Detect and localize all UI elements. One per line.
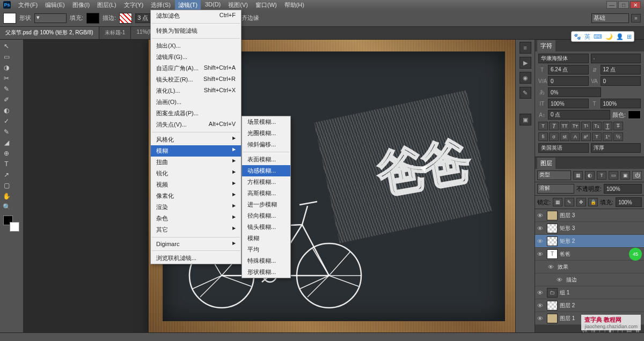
fill-swatch[interactable] — [86, 13, 99, 24]
tab-layers[interactable]: 图层 — [537, 158, 555, 169]
menu-item[interactable]: 像素化 — [151, 190, 241, 202]
lock-all-icon[interactable]: 🔒 — [588, 198, 598, 206]
tool-7[interactable]: ✓ — [1, 116, 12, 127]
menu-item[interactable]: 自适应广角(A)...Shift+Ctrl+A — [151, 63, 241, 74]
menu-1[interactable]: 编辑(E) — [42, 0, 68, 10]
layer-list[interactable]: 👁图层 3👁矩形 3👁矩形 2👁T爸爸fx ▾👁效果👁描边👁🗀组 1👁图层 2👁… — [535, 209, 644, 325]
menu-10[interactable]: 帮助(H) — [281, 0, 308, 10]
visibility-icon[interactable]: 👁 — [537, 238, 545, 244]
layer-row[interactable]: 👁描边 — [535, 273, 644, 286]
menu-item[interactable]: 渲染 — [151, 202, 241, 213]
visibility-icon[interactable]: 👁 — [537, 251, 545, 257]
maximize-button[interactable]: □ — [618, 1, 629, 9]
layer-row[interactable]: 👁T爸爸fx ▾ — [535, 248, 644, 261]
menu-6[interactable]: 滤镜(T) — [175, 0, 201, 10]
menu-item[interactable]: 平均 — [242, 244, 290, 255]
filter-smart-icon[interactable]: ▣ — [620, 171, 630, 180]
kerning-input[interactable] — [548, 76, 589, 86]
tool-13[interactable]: ▢ — [1, 180, 12, 191]
menu-item[interactable]: 径向模糊... — [242, 210, 290, 221]
allcaps-button[interactable]: TT — [560, 122, 569, 130]
menu-item[interactable]: 场景模糊... — [242, 116, 290, 128]
ime-paw-icon[interactable]: 🐾 — [574, 33, 581, 40]
menu-item[interactable]: 锐化 — [151, 168, 241, 179]
opentype-frac-button[interactable]: ½ — [613, 132, 623, 141]
lock-trans-icon[interactable]: ▦ — [553, 198, 562, 206]
layer-row[interactable]: 👁图层 3 — [535, 209, 644, 222]
strike-button[interactable]: T̶ — [613, 122, 623, 130]
visibility-icon[interactable]: 👁 — [548, 264, 555, 270]
menu-item[interactable]: 倾斜偏移... — [242, 139, 290, 150]
language-select[interactable] — [538, 143, 589, 153]
tool-0[interactable]: ↖ — [1, 41, 12, 51]
history-panel-icon[interactable]: ≡ — [519, 42, 531, 54]
brush-panel-icon[interactable]: ✎ — [519, 87, 531, 99]
menu-9[interactable]: 窗口(W) — [252, 0, 280, 10]
fill-input[interactable] — [616, 197, 642, 207]
menu-5[interactable]: 选择(S) — [148, 0, 174, 10]
menu-3[interactable]: 图层(L) — [94, 0, 119, 10]
tool-12[interactable]: ↗ — [1, 169, 12, 180]
visibility-icon[interactable]: 👁 — [557, 277, 564, 283]
filter-pixel-icon[interactable]: ▦ — [573, 171, 583, 180]
ime-lang-label[interactable]: 英 — [584, 33, 590, 41]
doc-tab-1[interactable]: 未标题-1 — [99, 27, 131, 39]
menu-item[interactable]: 方框模糊... — [242, 176, 290, 188]
hscale-input[interactable] — [601, 99, 641, 108]
shape-mode-select[interactable]: ▾ — [34, 13, 67, 23]
menu-item[interactable]: 杂色 — [151, 213, 241, 224]
menu-item[interactable]: 动感模糊... — [242, 165, 290, 176]
menu-item[interactable]: 镜头模糊... — [242, 221, 290, 233]
filter-text-icon[interactable]: T — [597, 171, 606, 180]
properties-panel-icon[interactable]: ◉ — [519, 72, 531, 84]
menu-item[interactable]: 风格化 — [151, 134, 241, 145]
menu-item[interactable]: 表面模糊... — [242, 154, 290, 165]
menu-item[interactable]: 图案生成器(P)... — [151, 108, 241, 119]
visibility-icon[interactable]: 👁 — [537, 225, 545, 232]
actions-panel-icon[interactable]: ▶ — [519, 57, 531, 69]
menu-item[interactable]: 抽出(X)... — [151, 40, 241, 51]
tracking-input[interactable] — [601, 76, 641, 86]
underline-button[interactable]: T — [603, 122, 612, 130]
tool-4[interactable]: ✎ — [1, 84, 12, 94]
smallcaps-button[interactable]: Tᴛ — [570, 122, 580, 130]
filter-shape-icon[interactable]: ▭ — [609, 171, 618, 180]
tool-9[interactable]: ◢ — [1, 137, 12, 148]
bold-button[interactable]: T — [538, 122, 548, 130]
italic-button[interactable]: T — [549, 122, 559, 130]
tool-1[interactable]: ▭ — [1, 51, 12, 62]
layer-row[interactable]: 👁图层 2 — [535, 299, 644, 312]
menu-item[interactable]: 扭曲 — [151, 157, 241, 168]
background-color[interactable] — [10, 222, 19, 232]
ime-user-icon[interactable]: 👤 — [616, 33, 624, 40]
layer-row[interactable]: 👁矩形 2 — [535, 235, 644, 248]
text-color-swatch[interactable] — [628, 110, 641, 119]
tool-preset-swatch[interactable] — [3, 13, 16, 24]
stroke-swatch[interactable] — [119, 13, 132, 24]
close-button[interactable]: ✕ — [630, 1, 641, 9]
font-size-input[interactable] — [548, 65, 589, 75]
menu-item[interactable]: 其它 — [151, 224, 241, 235]
vscale-input[interactable] — [548, 99, 589, 108]
menu-0[interactable]: 文件(F) — [15, 0, 41, 10]
ime-moon-icon[interactable]: 🌙 — [605, 33, 613, 40]
opentype-1-button[interactable]: 1ˢ — [603, 132, 612, 141]
visibility-icon[interactable]: 👁 — [537, 302, 545, 309]
filter-adjust-icon[interactable]: ◐ — [585, 171, 595, 180]
antialias-select[interactable] — [591, 143, 641, 153]
minimize-button[interactable]: — — [606, 1, 617, 9]
font-family-select[interactable] — [538, 54, 589, 63]
tool-10[interactable]: ⊕ — [1, 148, 12, 159]
menu-item[interactable]: 镜头校正(R)...Shift+Ctrl+R — [151, 74, 241, 85]
menu-item[interactable]: 模糊 — [242, 233, 290, 244]
menu-item[interactable]: 滤镜库(G)... — [151, 51, 241, 63]
subscript-button[interactable]: T₁ — [592, 122, 602, 130]
lock-pixels-icon[interactable]: ✎ — [565, 198, 574, 206]
menu-item[interactable]: 滤加滤色Ctrl+F — [151, 10, 241, 21]
menu-item[interactable]: 消失点(V)...Alt+Ctrl+V — [151, 119, 241, 130]
baseline-input[interactable] — [548, 110, 610, 120]
opacity-input[interactable] — [604, 184, 642, 194]
tool-3[interactable]: ✂ — [1, 73, 12, 84]
tab-character[interactable]: 字符 — [537, 40, 555, 51]
font-style-select[interactable] — [591, 54, 641, 63]
